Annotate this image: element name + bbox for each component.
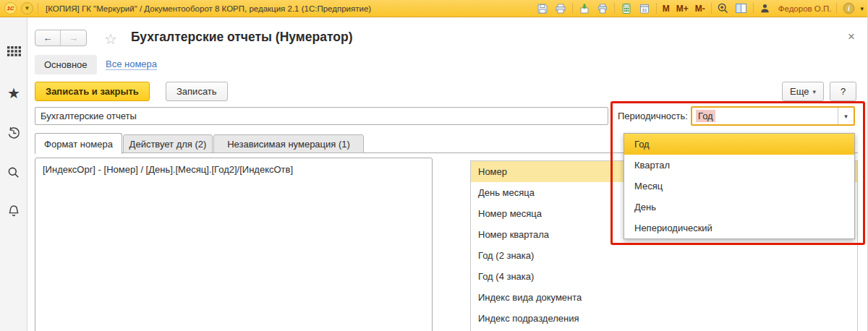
svg-text:31: 31 <box>642 7 647 12</box>
current-user-name[interactable]: Федоров О.П. <box>778 4 832 13</box>
dropdown-option-year[interactable]: Год <box>624 134 854 155</box>
search-icon[interactable] <box>0 166 27 180</box>
app-window: 1С ▼ [КОПИЯ] ГК "Меркурий" / Документооб… <box>0 0 868 331</box>
list-item-doc-kind-index[interactable]: Индекс вида документа <box>471 287 857 308</box>
titlebar-divider <box>753 3 754 14</box>
save-to-file-icon[interactable] <box>578 2 591 15</box>
tab-main[interactable]: Основное <box>35 55 97 74</box>
sections-sidebar: ★ <box>0 17 27 331</box>
close-icon[interactable]: × <box>848 30 855 44</box>
save-and-close-button[interactable]: Записать и закрыть <box>35 82 150 101</box>
add-favorite-star-icon[interactable]: ☆ <box>104 30 117 48</box>
titlebar-divider <box>38 3 38 14</box>
titlebar-divider <box>836 3 837 14</box>
zoom-icon[interactable] <box>717 2 730 15</box>
user-icon <box>759 2 772 15</box>
favorites-star-icon[interactable]: ★ <box>0 86 27 100</box>
periodicity-dropdown: Год Квартал Месяц День Непериодический <box>624 133 855 239</box>
chevron-down-icon: ▾ <box>812 88 816 95</box>
history-nav-buttons: ← → <box>35 30 87 46</box>
tab-number-format[interactable]: Формат номера <box>35 133 122 154</box>
sections-grid-icon[interactable] <box>0 46 27 57</box>
titlebar-divider <box>572 3 573 14</box>
calculator-icon[interactable] <box>620 2 633 15</box>
1c-logo-icon: 1С <box>4 2 17 14</box>
split-columns-icon[interactable] <box>735 2 748 15</box>
list-item-year-4[interactable]: Год (4 знака) <box>471 266 857 287</box>
number-format-textarea[interactable]: [ИндексОрг] - [Номер] / [День].[Месяц].[… <box>35 158 433 331</box>
forward-button[interactable]: → <box>61 30 86 46</box>
notifications-bell-icon[interactable] <box>0 204 27 218</box>
periodicity-label: Периодичность: <box>618 111 688 121</box>
help-button[interactable]: ? <box>830 82 856 101</box>
list-item-year-2[interactable]: Год (2 знака) <box>471 245 857 266</box>
memory-m-button[interactable]: M <box>662 4 671 14</box>
back-button[interactable]: ← <box>35 30 61 46</box>
print-file-icon[interactable] <box>596 2 609 15</box>
memory-m-plus-button[interactable]: M+ <box>676 4 689 14</box>
calendar-icon[interactable]: 31 <box>638 2 651 15</box>
svg-text:i: i <box>848 4 850 12</box>
tab-valid-for[interactable]: Действует для (2) <box>123 134 213 153</box>
list-item-department-index[interactable]: Индекс подразделения <box>471 308 857 329</box>
main-menu-button[interactable]: ▼ <box>21 2 33 14</box>
periodicity-combobox[interactable]: Год ▾ <box>691 106 855 126</box>
more-button-label: Еще <box>790 86 809 97</box>
dropdown-option-month[interactable]: Месяц <box>624 176 854 197</box>
print-icon[interactable] <box>554 2 567 15</box>
history-icon[interactable] <box>0 126 27 140</box>
combobox-dropdown-icon[interactable]: ▾ <box>838 108 854 124</box>
window-title: [КОПИЯ] ГК "Меркурий" / Документооборот … <box>46 4 371 13</box>
chevron-down-icon[interactable]: ▾ <box>860 5 864 12</box>
memory-m-minus-button[interactable]: M- <box>694 4 706 14</box>
info-icon[interactable]: i <box>842 2 855 15</box>
titlebar-divider <box>711 3 712 14</box>
save-icon[interactable] <box>536 2 549 15</box>
titlebar-divider <box>614 3 615 14</box>
dropdown-option-nonperiodic[interactable]: Непериодический <box>624 218 854 238</box>
all-numbers-link[interactable]: Все номера <box>106 59 157 70</box>
tab-independent-numbering[interactable]: Независимая нумерация (1) <box>213 134 364 153</box>
page-title: Бухгалтерские отчеты (Нумератор) <box>131 30 352 45</box>
dropdown-option-day[interactable]: День <box>624 197 854 218</box>
periodicity-value: Год <box>696 110 715 122</box>
titlebar-divider <box>656 3 657 14</box>
more-button[interactable]: Еще ▾ <box>782 82 824 101</box>
numerator-name-input[interactable] <box>35 107 608 125</box>
save-button[interactable]: Записать <box>166 82 228 101</box>
titlebar: 1С ▼ [КОПИЯ] ГК "Меркурий" / Документооб… <box>0 0 868 17</box>
dropdown-option-quarter[interactable]: Квартал <box>624 155 854 176</box>
